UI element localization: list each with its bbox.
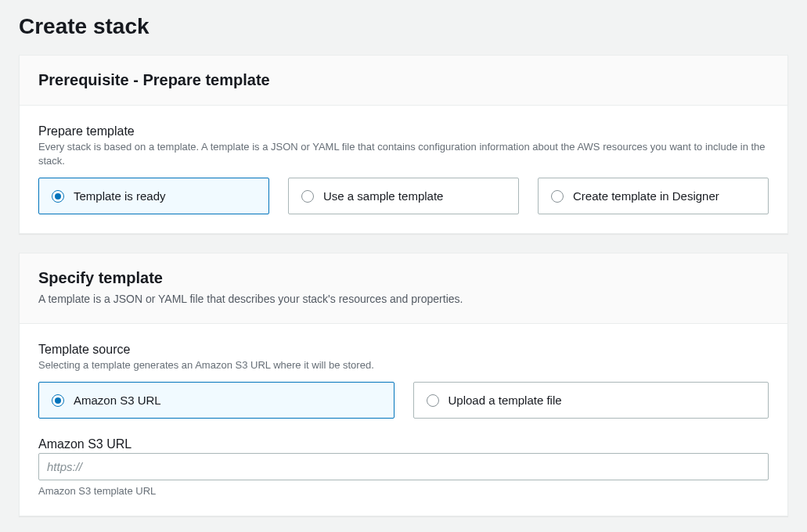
radio-icon: [52, 190, 64, 203]
s3-url-input[interactable]: [38, 453, 769, 480]
option-label: Amazon S3 URL: [74, 394, 161, 407]
template-source-label: Template source: [38, 343, 769, 357]
option-label: Create template in Designer: [573, 189, 719, 203]
prepare-template-field: Prepare template Every stack is based on…: [38, 124, 769, 214]
option-amazon-s3-url[interactable]: Amazon S3 URL: [38, 382, 394, 419]
prerequisite-header: Prerequisite - Prepare template: [20, 56, 787, 106]
prepare-template-options: Template is ready Use a sample template …: [38, 178, 769, 214]
radio-icon: [551, 190, 564, 203]
option-label: Upload a template file: [449, 394, 562, 407]
option-template-is-ready[interactable]: Template is ready: [38, 178, 269, 214]
option-use-sample-template[interactable]: Use a sample template: [288, 178, 519, 214]
option-label: Use a sample template: [323, 189, 443, 203]
page-title: Create stack: [19, 0, 788, 55]
s3-url-field: Amazon S3 URL Amazon S3 template URL: [38, 437, 769, 497]
template-source-field: Template source Selecting a template gen…: [38, 343, 769, 419]
specify-template-panel: Specify template A template is a JSON or…: [19, 253, 788, 516]
specify-template-subheading: A template is a JSON or YAML file that d…: [38, 292, 769, 307]
option-upload-template-file[interactable]: Upload a template file: [413, 382, 769, 419]
option-create-in-designer[interactable]: Create template in Designer: [538, 178, 769, 214]
prerequisite-heading: Prerequisite - Prepare template: [38, 71, 769, 89]
prepare-template-label: Prepare template: [38, 124, 769, 138]
s3-url-caption: Amazon S3 template URL: [38, 485, 769, 497]
template-source-options: Amazon S3 URL Upload a template file: [38, 382, 769, 419]
radio-icon: [301, 190, 314, 203]
prerequisite-panel: Prerequisite - Prepare template Prepare …: [19, 55, 788, 234]
specify-template-heading: Specify template: [38, 269, 769, 287]
prepare-template-help: Every stack is based on a template. A te…: [38, 140, 769, 168]
option-label: Template is ready: [74, 189, 166, 203]
specify-template-header: Specify template A template is a JSON or…: [20, 253, 787, 324]
s3-url-label: Amazon S3 URL: [38, 437, 769, 451]
radio-icon: [52, 394, 64, 407]
template-source-help: Selecting a template generates an Amazon…: [38, 358, 769, 372]
radio-icon: [427, 394, 439, 407]
